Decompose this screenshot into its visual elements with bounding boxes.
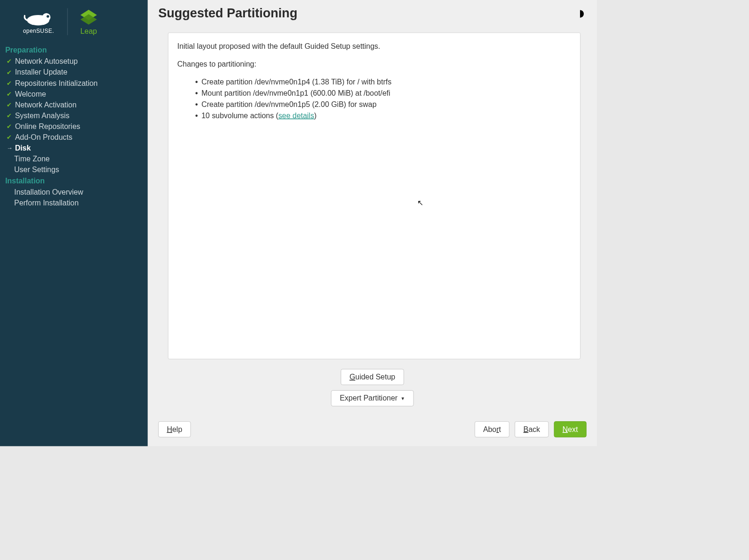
- nav-item-network-autosetup: ✔Network Autosetup: [5, 56, 142, 67]
- gecko-icon: [22, 9, 55, 27]
- leap-logo: Leap: [71, 8, 107, 36]
- nav-item-addon-products: ✔Add-On Products: [5, 132, 142, 143]
- nav-item-install-overview: Installation Overview: [5, 187, 142, 198]
- change-item: Mount partition /dev/nvme0n1p1 (600.00 M…: [195, 87, 571, 98]
- nav-section-installation: Installation: [5, 175, 142, 187]
- btn-label: Expert Partitioner: [340, 394, 397, 402]
- check-icon: ✔: [7, 69, 13, 76]
- nav-item-timezone: Time Zone: [5, 154, 142, 165]
- change-item: Create partition /dev/nvme0n1p4 (1.38 Ti…: [195, 76, 571, 88]
- check-icon: ✔: [7, 112, 13, 119]
- back-button[interactable]: Back: [515, 421, 549, 437]
- check-icon: ✔: [7, 101, 13, 108]
- change-item: Create partition /dev/nvme0n1p5 (2.00 Gi…: [195, 98, 571, 110]
- intro-text: Initial layout proposed with the default…: [177, 40, 571, 52]
- nav-item-network-activation: ✔Network Activation: [5, 99, 142, 110]
- nav-item-system-analysis: ✔System Analysis: [5, 110, 142, 121]
- main: Suggested Partitioning ◗ Initial layout …: [148, 0, 597, 446]
- leap-icon: [78, 8, 99, 25]
- see-details-link[interactable]: see details: [278, 112, 314, 120]
- leap-label: Leap: [80, 27, 97, 35]
- arrow-right-icon: →: [7, 145, 13, 151]
- check-icon: ✔: [7, 80, 13, 87]
- nav-item-user-settings: User Settings: [5, 165, 142, 175]
- help-button[interactable]: Help: [158, 421, 191, 437]
- header: Suggested Partitioning ◗: [148, 0, 597, 22]
- expert-partitioner-button[interactable]: Expert Partitioner▼: [331, 390, 414, 406]
- check-icon: ✔: [7, 58, 13, 65]
- nav-item-perform-install: Perform Installation: [5, 198, 142, 209]
- changes-list: Create partition /dev/nvme0n1p4 (1.38 Ti…: [177, 76, 571, 121]
- abort-button[interactable]: Abort: [474, 421, 510, 437]
- opensuse-label: openSUSE.: [23, 28, 54, 34]
- chevron-down-icon: ▼: [400, 396, 405, 401]
- nav-item-disk: →Disk: [5, 143, 142, 153]
- nav-item-welcome: ✔Welcome: [5, 89, 142, 99]
- check-icon: ✔: [7, 134, 13, 141]
- btn-label: uided Setup: [355, 373, 395, 381]
- nav-item-repositories-init: ✔Repositories Initialization: [5, 78, 142, 89]
- logo-divider: [67, 8, 68, 35]
- svg-point-1: [42, 13, 51, 22]
- footer: Help Abort Back Next: [148, 421, 597, 446]
- nav: Preparation ✔Network Autosetup ✔Installe…: [0, 42, 148, 211]
- check-icon: ✔: [7, 91, 13, 98]
- sidebar: openSUSE. Leap Preparation ✔Network Auto…: [0, 0, 148, 446]
- logo-area: openSUSE. Leap: [0, 0, 148, 42]
- guided-setup-button[interactable]: Guided Setup: [341, 369, 404, 385]
- theme-toggle-icon[interactable]: ◗: [579, 8, 584, 19]
- page-title: Suggested Partitioning: [158, 6, 298, 21]
- nav-item-online-repos: ✔Online Repositories: [5, 121, 142, 132]
- check-icon: ✔: [7, 123, 13, 130]
- svg-point-2: [46, 15, 49, 18]
- change-item-subvolumes: 10 subvolume actions (see details): [195, 110, 571, 121]
- nav-item-installer-update: ✔Installer Update: [5, 67, 142, 78]
- changes-label: Changes to partitioning:: [177, 58, 571, 69]
- nav-section-preparation: Preparation: [5, 45, 142, 56]
- next-button[interactable]: Next: [554, 421, 586, 437]
- opensuse-logo: openSUSE.: [7, 9, 64, 34]
- center-buttons: Guided Setup Expert Partitioner▼: [148, 363, 597, 421]
- partition-summary: Initial layout proposed with the default…: [168, 32, 581, 359]
